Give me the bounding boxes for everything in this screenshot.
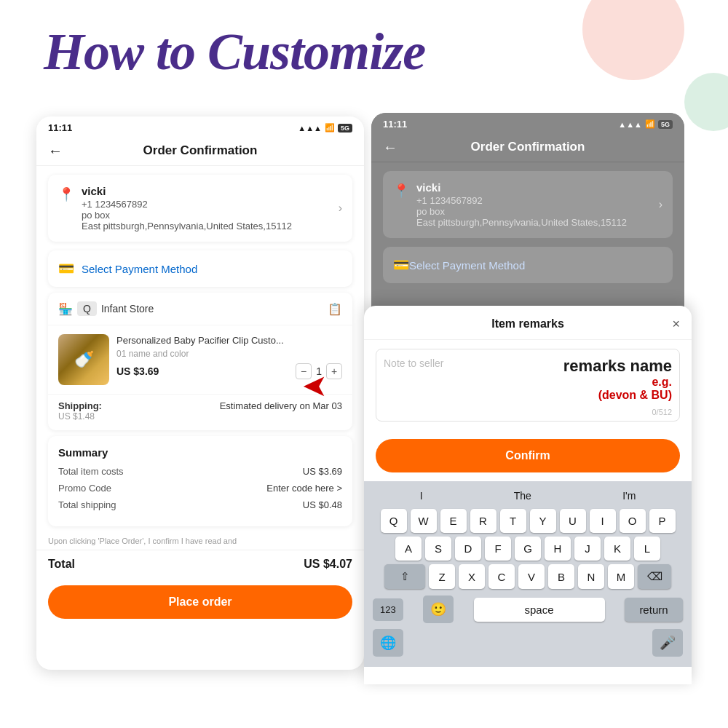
status-icons-right: ▲▲▲ 📶 5G — [618, 119, 673, 129]
key-m[interactable]: M — [608, 564, 634, 589]
key-b[interactable]: B — [548, 564, 574, 589]
battery-badge-left: 5G — [338, 124, 352, 132]
address-line2-left: East pittsburgh,Pennsylvania,United Stat… — [82, 221, 331, 232]
emoji-key[interactable]: 🙂 — [423, 596, 454, 623]
key-q[interactable]: Q — [381, 509, 407, 533]
keyboard-row-2: A S D F G H J K L — [367, 537, 689, 561]
keyboard-row-3: ⇧ Z X C V B N M ⌫ — [367, 564, 689, 589]
key-n[interactable]: N — [578, 564, 604, 589]
shipping-label: Shipping: — [58, 400, 102, 411]
address-section-left[interactable]: 📍 vicki +1 1234567892 po box East pittsb… — [48, 175, 352, 242]
address-name-left: vicki — [82, 185, 331, 197]
remarks-placeholder: Note to seller — [384, 357, 443, 369]
nav-title-right: Order Confirmation — [471, 140, 585, 154]
keyboard-suggestions: I The I'm — [367, 486, 689, 506]
return-key[interactable]: return — [625, 598, 683, 622]
confirm-button[interactable]: Confirm — [376, 439, 680, 472]
key-d[interactable]: D — [455, 537, 481, 561]
nav-bar-right: ← Order Confirmation — [371, 132, 684, 162]
remarks-hint-title: remarks name — [563, 357, 672, 376]
remarks-input-area[interactable]: Note to seller remarks name e.g. (devon … — [376, 349, 680, 422]
globe-key[interactable]: 🌐 — [373, 629, 403, 657]
signal-icon-right: ▲▲▲ — [618, 120, 642, 129]
place-order-button[interactable]: Place order — [48, 585, 352, 619]
summary-title: Summary — [58, 446, 342, 459]
key-f[interactable]: F — [485, 537, 511, 561]
location-icon-right: 📍 — [393, 183, 409, 199]
total-value: US $4.07 — [304, 558, 352, 571]
nav-bar-left: ← Order Confirmation — [36, 136, 364, 166]
key-u[interactable]: U — [560, 509, 586, 533]
product-title: Personalized Baby Pacifier Clip Custo... — [116, 334, 342, 347]
key-g[interactable]: G — [515, 537, 541, 561]
key-k[interactable]: K — [604, 537, 630, 561]
key-a[interactable]: A — [395, 537, 422, 561]
modal-close-button[interactable]: × — [672, 317, 680, 332]
back-button-right[interactable]: ← — [383, 139, 397, 156]
total-label: Total — [48, 558, 75, 571]
shipping-delivery[interactable]: Estimated delivery on Mar 03 — [220, 400, 342, 422]
store-name-row: 🏪 Q Infant Store — [58, 301, 154, 316]
num-key[interactable]: 123 — [373, 598, 403, 621]
summary-promo[interactable]: Promo Code Enter code here > — [58, 483, 342, 494]
address-line1-left: po box — [82, 210, 331, 221]
key-r[interactable]: R — [470, 509, 496, 533]
key-c[interactable]: C — [488, 564, 515, 589]
address-name-right: vicki — [416, 181, 652, 194]
address-line1-right: po box — [416, 206, 652, 217]
address-phone-right: +1 1234567892 — [416, 195, 652, 206]
address-line2-right: East pittsburgh,Pennsylvania,United Stat… — [416, 217, 652, 228]
key-x[interactable]: X — [459, 564, 485, 589]
qty-increase-btn[interactable]: + — [326, 363, 342, 379]
product-img-placeholder: 🍼 — [74, 350, 94, 369]
suggestion-im[interactable]: I'm — [622, 490, 636, 502]
key-p[interactable]: P — [649, 509, 676, 533]
address-chevron-right: › — [659, 198, 662, 211]
time-right: 11:11 — [383, 119, 407, 130]
page-title: How to Customize — [44, 22, 425, 82]
total-row: Total US $4.07 — [36, 550, 364, 578]
key-s[interactable]: S — [425, 537, 451, 561]
key-i[interactable]: I — [590, 509, 616, 533]
payment-section-left[interactable]: 💳 Select Payment Method — [48, 250, 352, 287]
remarks-char-count: 0/512 — [652, 408, 672, 416]
product-variant: 01 name and color — [116, 349, 342, 359]
decorative-circle-green — [684, 73, 728, 131]
red-arrow-indicator: ➤ — [302, 368, 328, 403]
key-h[interactable]: H — [545, 537, 571, 561]
key-j[interactable]: J — [574, 537, 601, 561]
summary-label-0: Total item costs — [58, 466, 124, 477]
key-o[interactable]: O — [620, 509, 646, 533]
time-left: 11:11 — [48, 122, 72, 133]
note-icon-left[interactable]: 📋 — [328, 302, 342, 316]
key-t[interactable]: T — [500, 509, 526, 533]
decorative-circle-pink — [582, 0, 684, 80]
suggestion-the[interactable]: The — [514, 490, 531, 502]
back-button-left[interactable]: ← — [48, 143, 63, 159]
modal-title: Item remarks — [491, 317, 564, 331]
space-key[interactable]: space — [474, 598, 605, 622]
nav-title-left: Order Confirmation — [143, 143, 258, 158]
delete-key[interactable]: ⌫ — [638, 564, 671, 589]
key-l[interactable]: L — [634, 537, 660, 561]
battery-badge-right: 5G — [658, 120, 673, 129]
keyboard-area: I The I'm Q W E R T Y U I O P A S D F G … — [364, 481, 692, 667]
summary-section: Summary Total item costs US $3.69 Promo … — [48, 436, 352, 526]
key-v[interactable]: V — [518, 564, 545, 589]
summary-value-1[interactable]: Enter code here > — [266, 483, 342, 494]
keyboard-globe-mic-row: 🌐 🎤 — [367, 626, 689, 661]
key-y[interactable]: Y — [530, 509, 556, 533]
key-z[interactable]: Z — [429, 564, 455, 589]
address-chevron-left: › — [339, 202, 342, 215]
payment-section-right[interactable]: 💳 Select Payment Method — [383, 247, 673, 283]
shift-key[interactable]: ⇧ — [384, 564, 425, 589]
suggestion-i[interactable]: I — [420, 490, 423, 502]
status-icons-left: ▲▲▲ 📶 5G — [298, 123, 352, 132]
modal-header: Item remarks × — [364, 306, 692, 340]
keyboard-row-1: Q W E R T Y U I O P — [367, 509, 689, 533]
key-e[interactable]: E — [440, 509, 467, 533]
summary-value-2: US $0.48 — [303, 499, 342, 510]
key-w[interactable]: W — [411, 509, 437, 533]
mic-key[interactable]: 🎤 — [652, 629, 683, 657]
address-section-right[interactable]: 📍 vicki +1 1234567892 po box East pittsb… — [383, 171, 673, 238]
